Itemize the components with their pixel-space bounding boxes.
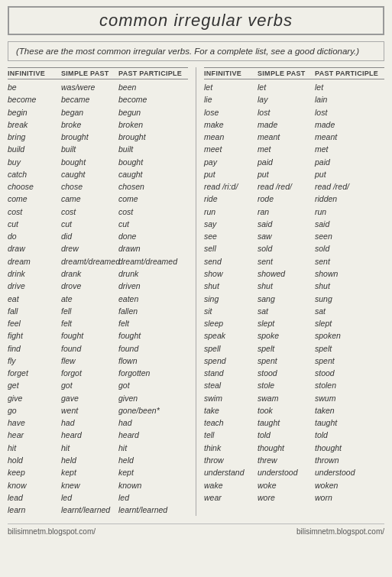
infinitive-cell: shut — [204, 280, 258, 292]
table-row: lead led led — [8, 491, 188, 504]
past-participle-cell: sung — [315, 293, 384, 305]
infinitive-cell: run — [204, 206, 258, 218]
table-row: hit hit hit — [8, 442, 188, 454]
past-participle-cell: broken — [118, 118, 188, 131]
infinitive-cell: dream — [8, 255, 61, 267]
simple-past-cell: drew — [61, 242, 118, 254]
simple-past-cell: sat — [258, 305, 315, 317]
infinitive-cell: drink — [8, 267, 61, 280]
infinitive-cell: hear — [8, 429, 61, 441]
past-participle-cell: sold — [315, 242, 384, 254]
simple-past-cell: lay — [258, 93, 315, 105]
table-row: spell spelt spelt — [204, 342, 384, 355]
table-row: build built built — [8, 143, 188, 155]
infinitive-cell: swim — [204, 392, 258, 404]
simple-past-cell: got — [61, 379, 118, 391]
table-row: begin began begun — [8, 106, 188, 118]
past-participle-cell: gone/been* — [118, 404, 188, 417]
simple-past-cell: heard — [61, 429, 118, 441]
past-participle-cell: said — [315, 218, 384, 230]
infinitive-cell: fly — [8, 355, 61, 367]
simple-past-cell: spent — [258, 355, 315, 367]
infinitive-cell: make — [204, 118, 258, 131]
simple-past-cell: gave — [61, 392, 118, 404]
simple-past-cell: wore — [258, 491, 315, 504]
infinitive-cell: eat — [8, 293, 61, 305]
past-participle-cell: chosen — [118, 180, 188, 193]
past-participle-cell: fought — [118, 329, 188, 342]
table-row: feel felt felt — [8, 317, 188, 329]
simple-past-cell: taught — [258, 417, 315, 429]
infinitive-cell: meet — [204, 143, 258, 155]
past-participle-cell: flown — [118, 355, 188, 367]
page: common irregular verbs (These are the mo… — [0, 0, 392, 577]
infinitive-cell: break — [8, 118, 61, 131]
table-row: cut cut cut — [8, 218, 188, 230]
simple-past-cell: showed — [258, 267, 315, 280]
table-row: choose chose chosen — [8, 180, 188, 193]
left-header-infinitive: INFINITIVE — [8, 70, 61, 77]
past-participle-cell: sent — [315, 255, 384, 267]
infinitive-cell: pay — [204, 156, 258, 168]
past-participle-cell: bought — [118, 156, 188, 168]
table-row: wear wore worn — [204, 491, 384, 504]
table-row: stand stood stood — [204, 367, 384, 379]
table-row: fall fell fallen — [8, 305, 188, 317]
footer-right: bilisimnetm.blogspot.com/ — [296, 527, 384, 536]
infinitive-cell: keep — [8, 466, 61, 478]
past-participle-cell: spoken — [315, 329, 384, 342]
infinitive-cell: do — [8, 230, 61, 242]
past-participle-cell: meant — [315, 131, 384, 143]
past-participle-cell: stood — [315, 367, 384, 379]
past-participle-cell: led — [118, 491, 188, 504]
table-row: tell told told — [204, 429, 384, 441]
infinitive-cell: become — [8, 93, 61, 105]
table-row: teach taught taught — [204, 417, 384, 429]
infinitive-cell: ride — [204, 193, 258, 205]
simple-past-cell: bought — [61, 156, 118, 168]
infinitive-cell: wake — [204, 479, 258, 491]
past-participle-cell: hit — [118, 442, 188, 454]
simple-past-cell: threw — [258, 454, 315, 466]
infinitive-cell: find — [8, 342, 61, 355]
past-participle-cell: spelt — [315, 342, 384, 355]
table-row: do did done — [8, 230, 188, 242]
simple-past-cell: sang — [258, 293, 315, 305]
infinitive-cell: think — [204, 442, 258, 454]
infinitive-cell: wear — [204, 491, 258, 504]
simple-past-cell: broke — [61, 118, 118, 131]
table-row: spend spent spent — [204, 355, 384, 367]
table-row: know knew known — [8, 479, 188, 491]
infinitive-cell: be — [8, 81, 61, 93]
simple-past-cell: swam — [258, 392, 315, 404]
infinitive-cell: begin — [8, 106, 61, 118]
past-participle-cell: seen — [315, 230, 384, 242]
past-participle-cell: woken — [315, 479, 384, 491]
simple-past-cell: read /red/ — [258, 180, 315, 193]
infinitive-cell: sing — [204, 293, 258, 305]
past-participle-cell: worn — [315, 491, 384, 504]
simple-past-cell: paid — [258, 156, 315, 168]
simple-past-cell: rode — [258, 193, 315, 205]
infinitive-cell: cost — [8, 206, 61, 218]
table-row: sing sang sung — [204, 293, 384, 305]
left-verbs-list: be was/were been become became become be… — [8, 81, 188, 516]
table-row: put put put — [204, 168, 384, 180]
infinitive-cell: go — [8, 404, 61, 417]
intro-text: (These are the most common irregular ver… — [16, 47, 359, 56]
table-row: become became become — [8, 93, 188, 105]
past-participle-cell: taught — [315, 417, 384, 429]
table-row: understand understood understood — [204, 466, 384, 478]
simple-past-cell: did — [61, 230, 118, 242]
infinitive-cell: sell — [204, 242, 258, 254]
table-row: dream dreamt/dreamed dreamt/dreamed — [8, 255, 188, 267]
table-row: speak spoke spoken — [204, 329, 384, 342]
table-row: shut shut shut — [204, 280, 384, 292]
infinitive-cell: catch — [8, 168, 61, 180]
table-row: swim swam swum — [204, 392, 384, 404]
past-participle-cell: eaten — [118, 293, 188, 305]
footer: bilisimnetm.blogspot.com/ bilisimnetm.bl… — [8, 524, 384, 536]
right-column: INFINITIVE SIMPLE PAST PAST PARTICIPLE l… — [204, 67, 384, 516]
table-row: catch caught caught — [8, 168, 188, 180]
infinitive-cell: learn — [8, 504, 61, 516]
